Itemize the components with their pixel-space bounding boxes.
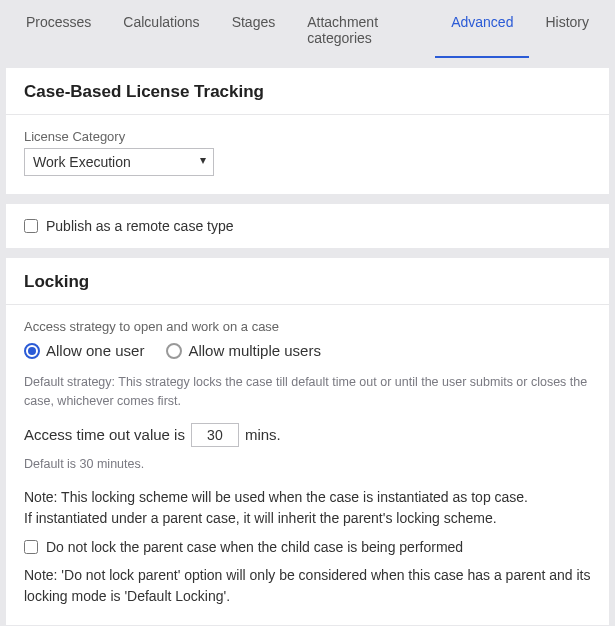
license-category-label: License Category xyxy=(24,129,591,144)
timeout-prefix: Access time out value is xyxy=(24,426,185,443)
radio-allow-one-user[interactable]: Allow one user xyxy=(24,342,144,359)
locking-panel: Locking Access strategy to open and work… xyxy=(6,258,609,625)
locking-note-line2: If instantiated under a parent case, it … xyxy=(24,508,591,529)
locking-title: Locking xyxy=(6,272,609,305)
timeout-input[interactable] xyxy=(191,423,239,447)
locking-note: Note: This locking scheme will be used w… xyxy=(24,487,591,529)
tracking-title: Case-Based License Tracking xyxy=(6,82,609,115)
tab-stages[interactable]: Stages xyxy=(216,8,292,58)
publish-remote-row[interactable]: Publish as a remote case type xyxy=(24,218,591,234)
radio-allow-one-user-label: Allow one user xyxy=(46,342,144,359)
radio-allow-multiple-users-label: Allow multiple users xyxy=(188,342,321,359)
lock-parent-note: Note: 'Do not lock parent' option will o… xyxy=(24,565,591,607)
do-not-lock-parent-checkbox[interactable] xyxy=(24,540,38,554)
publish-remote-label: Publish as a remote case type xyxy=(46,218,234,234)
tab-attachment-categories[interactable]: Attachment categories xyxy=(291,8,435,58)
radio-icon xyxy=(166,343,182,359)
do-not-lock-parent-label: Do not lock the parent case when the chi… xyxy=(46,539,463,555)
tab-history[interactable]: History xyxy=(529,8,605,58)
license-category-select[interactable]: Work Execution xyxy=(24,148,214,176)
remote-panel: Publish as a remote case type xyxy=(6,204,609,248)
locking-note-line1: Note: This locking scheme will be used w… xyxy=(24,487,591,508)
access-strategy-radio-group: Allow one user Allow multiple users xyxy=(24,342,591,359)
timeout-row: Access time out value is mins. xyxy=(24,423,591,447)
tab-calculations[interactable]: Calculations xyxy=(107,8,215,58)
radio-allow-multiple-users[interactable]: Allow multiple users xyxy=(166,342,321,359)
tab-processes[interactable]: Processes xyxy=(10,8,107,58)
tab-bar: Processes Calculations Stages Attachment… xyxy=(0,0,615,58)
publish-remote-checkbox[interactable] xyxy=(24,219,38,233)
tab-advanced[interactable]: Advanced xyxy=(435,8,529,58)
radio-icon xyxy=(24,343,40,359)
default-timeout-hint: Default is 30 minutes. xyxy=(24,455,591,474)
do-not-lock-parent-row[interactable]: Do not lock the parent case when the chi… xyxy=(24,539,591,555)
tracking-panel: Case-Based License Tracking License Cate… xyxy=(6,68,609,194)
default-strategy-hint: Default strategy: This strategy locks th… xyxy=(24,373,591,411)
timeout-suffix: mins. xyxy=(245,426,281,443)
license-category-select-wrap: Work Execution xyxy=(24,148,214,176)
access-strategy-label: Access strategy to open and work on a ca… xyxy=(24,319,591,334)
